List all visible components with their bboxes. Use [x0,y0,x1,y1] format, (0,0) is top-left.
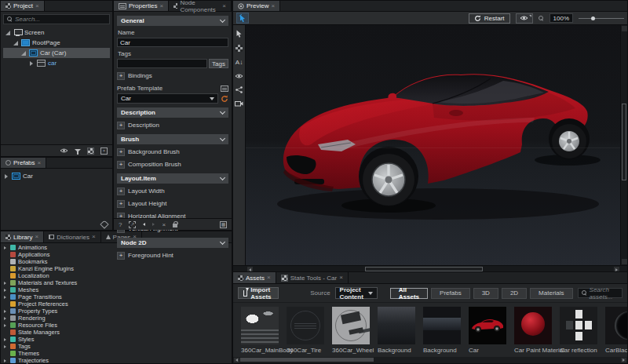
library-item-trajectories[interactable]: Trajectories [2,357,232,364]
filter-2d[interactable]: 2D [502,288,527,299]
expand-arrow-icon[interactable] [3,174,9,179]
asset-item-background[interactable]: Background [423,307,461,354]
asset-thumbnail[interactable] [378,307,415,344]
vscroll-thumb[interactable] [622,104,626,180]
section-layout-item[interactable]: Layout.Item [117,173,228,184]
library-item-themes[interactable]: Themes [2,350,232,357]
filter-3d[interactable]: 3D [473,288,498,299]
expand-arrow-icon[interactable] [2,345,8,348]
text-tool-icon[interactable]: A↓ [236,59,243,66]
expand-arrow-icon[interactable] [20,51,27,56]
grid-tool-icon[interactable] [236,45,243,52]
property-row-layout-height[interactable]: +Layout Height [117,198,228,209]
plus-icon[interactable]: + [117,252,125,260]
filter-all-assets[interactable]: All Assets [390,288,428,299]
asset-item-car-reflection[interactable]: Car reflection [560,307,597,354]
expand-arrow-icon[interactable] [13,41,19,46]
select-tool-icon[interactable] [236,30,243,38]
prefab-template-menu-icon[interactable] [221,86,228,92]
filter-icon[interactable] [75,149,81,152]
clear-filter-icon[interactable]: × [100,147,108,155]
library-item-property-types[interactable]: Property Types [2,308,232,315]
property-row-foreground-hint[interactable]: +Foreground Hint [117,250,228,260]
section-general[interactable]: General [117,16,228,26]
property-row-background-brush[interactable]: +Background Brush [117,147,228,157]
tab-library[interactable]: Library× [1,231,44,242]
close-icon[interactable]: × [38,160,42,166]
filter-prefabs[interactable]: Prefabs [431,288,470,299]
restart-button[interactable]: Restart [469,13,510,24]
expand-arrow-icon[interactable] [2,317,8,320]
library-item-resource-files[interactable]: Resource Files [2,322,232,329]
plus-icon[interactable]: + [117,148,125,156]
scroll-right-icon[interactable] [621,358,626,362]
library-item-kanzi-engine-plugins[interactable]: Kanzi Engine Plugins [2,265,232,272]
section-description[interactable]: Description [117,107,228,118]
close-icon[interactable]: × [35,234,38,240]
tree-item-rootpage[interactable]: RootPage [3,38,110,48]
prefab-item-car[interactable]: Car [3,171,110,181]
interact-mode-button[interactable] [236,13,249,24]
close-icon[interactable]: × [35,3,39,9]
tab-properties[interactable]: Properties× [114,1,169,11]
asset-item-car-paint-material[interactable]: Car Paint Material [514,307,552,354]
plus-icon[interactable]: + [117,161,125,169]
prefab-refresh-icon[interactable] [221,95,228,103]
asset-thumbnail[interactable] [514,307,552,344]
prefab-tools-icon[interactable] [100,220,108,228]
scroll-down-icon[interactable] [622,259,627,264]
plus-icon[interactable]: + [117,200,125,208]
asset-item-360car-wheel[interactable]: 360Car_Wheel [332,307,370,354]
asset-thumbnail[interactable] [469,307,506,344]
close-icon[interactable]: × [271,3,275,9]
asset-item-360car-tire[interactable]: 360Car_Tire [287,307,324,354]
tab-dictionaries[interactable]: Dictionaries× [44,231,100,242]
library-item-rendering[interactable]: Rendering [2,315,232,322]
asset-thumbnail[interactable] [332,307,370,344]
zoom-slider-knob[interactable] [591,16,595,20]
connections-tool-icon[interactable] [236,86,243,93]
plus-icon[interactable]: + [117,122,125,129]
expand-arrow-icon[interactable] [28,61,35,66]
library-item-materials-and-textures[interactable]: Materials and Textures [2,279,232,286]
zoom-level[interactable]: 100% [550,13,573,23]
tab-state-tools-car[interactable]: State Tools - Car× [276,272,349,283]
library-item-styles[interactable]: Styles [2,336,232,343]
library-item-meshes[interactable]: Meshes [2,286,232,293]
expand-arrow-icon[interactable] [2,338,8,341]
scroll-left-icon[interactable] [234,358,239,362]
add-bindings-row[interactable]: + Bindings [117,71,228,81]
asset-thumbnail[interactable] [560,307,597,344]
preview-canvas[interactable] [246,25,620,265]
tags-field[interactable] [117,59,207,68]
zoom-slider[interactable] [579,13,624,23]
close-icon[interactable]: × [222,3,226,9]
expand-arrow-icon[interactable] [2,359,8,362]
visibility-tool-icon[interactable] [235,73,243,79]
scroll-up-icon[interactable] [622,26,627,31]
expand-arrow-icon[interactable] [2,310,8,313]
tree-item-screen[interactable]: Screen [3,27,110,38]
expand-arrow-icon[interactable] [2,282,8,285]
library-item-state-managers[interactable]: State Managers [2,329,232,336]
expand-arrow-icon[interactable] [2,296,8,299]
close-icon[interactable]: × [267,275,271,281]
expand-arrow-icon[interactable] [2,324,8,327]
section-brush[interactable]: Brush [117,134,228,144]
library-item-tags[interactable]: Tags [2,343,232,350]
unpin-icon[interactable]: × [162,221,166,228]
tags-button[interactable]: Tags [209,59,228,68]
asset-item-carblack[interactable]: CarBlack [605,307,627,354]
panel-options-icon[interactable]: ▩ [220,221,227,228]
lock-icon[interactable] [173,224,177,228]
tab-prefabs[interactable]: Prefabs × [1,158,46,168]
popout-icon[interactable]: ↗ [129,221,136,228]
tree-item-car-car-[interactable]: Car (Car) [3,48,110,58]
expand-arrow-icon[interactable] [5,31,11,35]
import-assets-button[interactable]: Import Assets [238,287,279,299]
camera-tool-icon[interactable] [235,100,243,107]
asset-thumbnail[interactable] [605,307,627,344]
prefab-template-select[interactable]: Car [117,93,218,104]
library-item-localization[interactable]: Localization [2,272,232,279]
asset-thumbnail[interactable] [423,307,461,344]
